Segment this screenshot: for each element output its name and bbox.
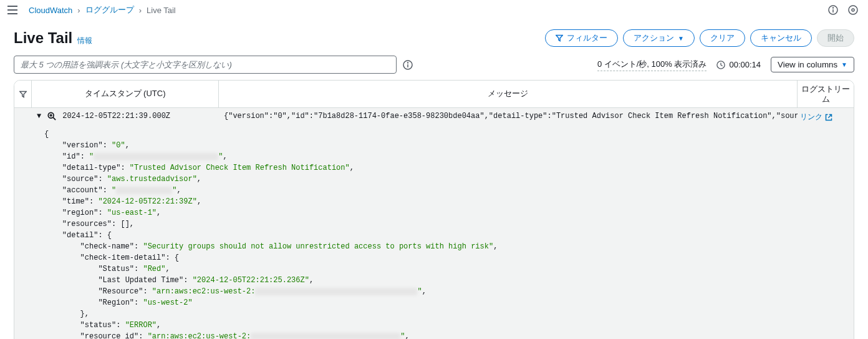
svg-point-6 xyxy=(849,6,857,14)
svg-rect-0 xyxy=(7,6,17,7)
col-message: メッセージ xyxy=(219,81,798,107)
topbar-tools xyxy=(827,4,859,16)
breadcrumb-root[interactable]: CloudWatch xyxy=(29,6,72,15)
hamburger-menu-icon[interactable] xyxy=(5,2,20,17)
log-timestamp: 2024-12-05T22:21:39.000Z xyxy=(62,112,170,120)
settings-icon[interactable] xyxy=(847,4,859,16)
status-row: 0 イベント/秒, 100% 表示済み 00:00:14 View in col… xyxy=(597,57,854,72)
svg-line-18 xyxy=(828,114,831,117)
svg-marker-8 xyxy=(556,36,563,41)
svg-point-7 xyxy=(852,9,854,11)
logstream-link[interactable]: リンク xyxy=(800,112,832,122)
clock-icon xyxy=(716,61,725,69)
elapsed-time: 00:00:14 xyxy=(716,60,761,69)
zoom-icon[interactable] xyxy=(47,112,56,120)
log-summary: {"version":"0","id":"7b1a8d28-1174-0fae-… xyxy=(219,108,798,126)
external-link-icon xyxy=(825,114,832,121)
log-expanded-json: { "version": "0", "id": "", "detail-type… xyxy=(14,126,854,339)
col-logstream: ログストリーム xyxy=(798,81,854,107)
chevron-down-icon: ▼ xyxy=(841,61,847,68)
chevron-down-icon: ▼ xyxy=(678,35,684,42)
svg-marker-13 xyxy=(19,91,26,97)
highlight-terms-input[interactable] xyxy=(14,56,397,74)
chevron-right-icon: › xyxy=(139,6,142,15)
info-icon[interactable] xyxy=(403,60,413,70)
start-button: 開始 xyxy=(817,29,854,47)
svg-line-15 xyxy=(53,117,55,120)
svg-rect-2 xyxy=(7,13,17,14)
cancel-button[interactable]: キャンセル xyxy=(750,29,812,47)
info-link[interactable]: 情報 xyxy=(77,36,92,46)
log-row: ▼ 2024-12-05T22:21:39.000Z {"version":"0… xyxy=(14,108,854,126)
page-title: Live Tail 情報 xyxy=(14,29,92,47)
breadcrumb: CloudWatch › ロググループ › Live Tail xyxy=(5,2,176,17)
actions-button[interactable]: アクション ▼ xyxy=(623,29,695,47)
clear-button[interactable]: クリア xyxy=(700,29,745,47)
svg-point-11 xyxy=(408,62,408,63)
chevron-right-icon: › xyxy=(77,6,80,15)
svg-point-5 xyxy=(833,7,834,8)
top-bar: CloudWatch › ロググループ › Live Tail xyxy=(0,0,868,23)
action-buttons: フィルター アクション ▼ クリア キャンセル 開始 xyxy=(545,29,854,47)
view-in-columns-button[interactable]: View in columns ▼ xyxy=(771,57,854,72)
event-rate-status: 0 イベント/秒, 100% 表示済み xyxy=(597,59,707,71)
filter-icon[interactable] xyxy=(14,81,32,107)
table-header: タイムスタンプ (UTC) メッセージ ログストリーム xyxy=(14,81,854,108)
collapse-icon[interactable]: ▼ xyxy=(37,112,41,120)
info-icon[interactable] xyxy=(827,4,839,16)
log-panel: タイムスタンプ (UTC) メッセージ ログストリーム ▼ 2024-12-05… xyxy=(14,80,854,339)
col-timestamp: タイムスタンプ (UTC) xyxy=(32,81,219,107)
breadcrumb-current: Live Tail xyxy=(147,6,176,15)
breadcrumb-loggroup[interactable]: ロググループ xyxy=(85,4,134,16)
svg-rect-1 xyxy=(7,9,17,11)
filter-button[interactable]: フィルター xyxy=(545,29,618,47)
